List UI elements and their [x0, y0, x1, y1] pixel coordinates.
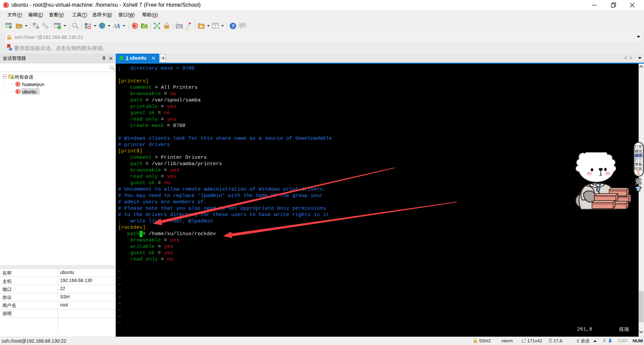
svg-text:?: ?: [232, 23, 235, 29]
svg-text:A: A: [116, 22, 120, 29]
